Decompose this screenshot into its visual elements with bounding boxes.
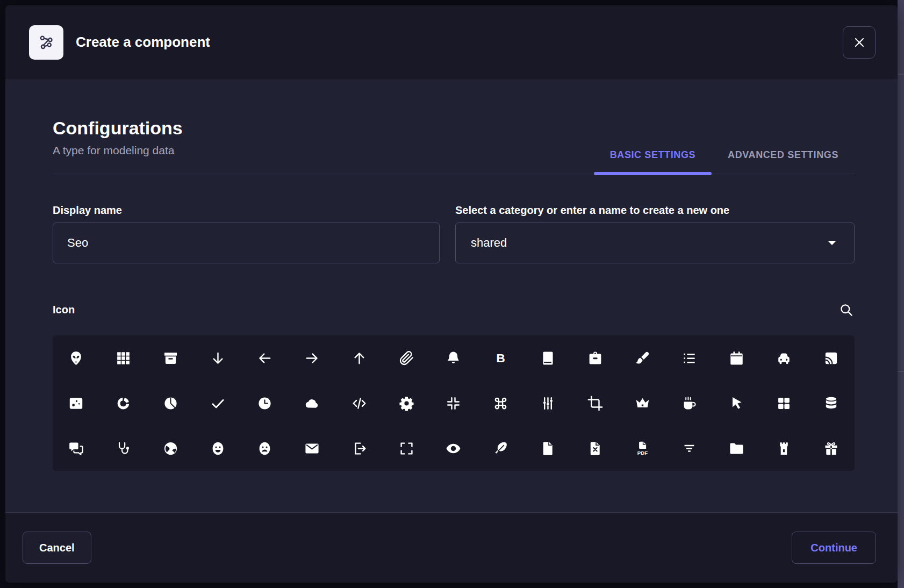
page-title: Configurations — [53, 116, 183, 140]
svg-text:PDF: PDF — [637, 450, 647, 456]
brush-icon[interactable] — [630, 346, 655, 370]
form-row: Display name Select a category or enter … — [53, 203, 855, 263]
modal-body: Configurations A type for modeling data … — [5, 79, 898, 512]
chart-pie-icon[interactable] — [158, 391, 183, 415]
chart-circle-icon[interactable] — [111, 391, 136, 415]
create-component-modal: Create a component Configurations A type… — [5, 5, 898, 583]
calendar-icon[interactable] — [724, 346, 749, 370]
folder-icon[interactable] — [724, 436, 749, 461]
envelop-icon[interactable] — [300, 436, 325, 461]
collapse-icon[interactable] — [441, 391, 466, 415]
crown-icon[interactable] — [630, 391, 655, 415]
arrow-down-icon[interactable] — [205, 346, 230, 370]
alien-icon[interactable] — [64, 346, 89, 370]
section-header: Configurations A type for modeling data … — [53, 79, 855, 174]
icon-label: Icon — [53, 303, 75, 317]
exit-icon[interactable] — [347, 436, 371, 461]
emotion-happy-icon[interactable] — [205, 436, 230, 461]
category-select[interactable]: shared — [455, 223, 855, 263]
bell-icon[interactable] — [441, 346, 466, 370]
scroll-divider — [898, 371, 904, 372]
page-subtitle: A type for modeling data — [53, 142, 183, 159]
check-icon[interactable] — [205, 391, 230, 415]
page-scrollbar[interactable] — [898, 0, 904, 588]
bullet-list-icon[interactable] — [677, 346, 702, 370]
filter-icon[interactable] — [677, 436, 702, 461]
icon-grid: BPDF — [53, 335, 855, 471]
car-icon[interactable] — [771, 346, 796, 370]
category-label: Select a category or enter a name to cre… — [455, 203, 855, 217]
code-icon[interactable] — [347, 391, 371, 415]
chevron-down-icon — [825, 236, 839, 250]
fortress-icon[interactable] — [771, 436, 796, 461]
modal-footer: Cancel Continue — [5, 512, 898, 583]
cancel-button[interactable]: Cancel — [23, 532, 91, 564]
crop-icon[interactable] — [583, 391, 607, 415]
cog-icon[interactable] — [394, 391, 419, 415]
dashboard-icon[interactable] — [771, 391, 796, 415]
emotion-unhappy-icon[interactable] — [253, 436, 277, 461]
cursor-icon[interactable] — [724, 391, 749, 415]
file-icon[interactable] — [536, 436, 561, 461]
clock-icon[interactable] — [253, 391, 277, 415]
gift-icon[interactable] — [819, 436, 843, 461]
display-name-label: Display name — [53, 203, 440, 217]
eye-icon[interactable] — [441, 436, 466, 461]
apps-icon[interactable] — [111, 346, 136, 370]
arrow-left-icon[interactable] — [253, 346, 277, 370]
close-button[interactable] — [843, 26, 876, 59]
continue-button[interactable]: Continue — [792, 532, 876, 564]
icon-picker-header: Icon — [53, 302, 855, 317]
book-icon[interactable] — [536, 346, 561, 370]
discuss-icon[interactable] — [64, 436, 89, 461]
search-icon — [839, 303, 853, 317]
component-icon — [29, 25, 63, 60]
expand-icon[interactable] — [394, 436, 419, 461]
arrow-up-icon[interactable] — [347, 346, 371, 370]
tab-basic-settings[interactable]: BASIC SETTINGS — [594, 149, 712, 174]
modal-header: Create a component — [5, 5, 898, 79]
display-name-input[interactable] — [53, 223, 440, 263]
file-pdf-icon[interactable]: PDF — [630, 436, 655, 461]
svg-text:B: B — [496, 350, 505, 364]
close-icon — [852, 35, 866, 49]
chart-bubble-icon[interactable] — [64, 391, 89, 415]
doctor-icon[interactable] — [111, 436, 136, 461]
arrow-right-icon[interactable] — [300, 346, 325, 370]
database-icon[interactable] — [819, 391, 843, 415]
category-select-value: shared — [471, 236, 507, 250]
archive-icon[interactable] — [158, 346, 183, 370]
feather-icon[interactable] — [489, 436, 513, 461]
settings-tabs: BASIC SETTINGS ADVANCED SETTINGS — [594, 149, 855, 174]
file-error-icon[interactable] — [583, 436, 607, 461]
modal-title: Create a component — [76, 34, 210, 51]
earth-icon[interactable] — [158, 436, 183, 461]
command-icon[interactable] — [489, 391, 513, 415]
briefcase-icon[interactable] — [583, 346, 607, 370]
tab-advanced-settings[interactable]: ADVANCED SETTINGS — [712, 149, 855, 174]
attachment-icon[interactable] — [394, 346, 419, 370]
console-icon[interactable] — [536, 391, 561, 415]
bold-icon[interactable]: B — [489, 346, 513, 370]
scroll-divider — [898, 74, 904, 75]
cup-icon[interactable] — [677, 391, 702, 415]
cast-icon[interactable] — [819, 346, 843, 370]
icon-search-button[interactable] — [837, 301, 855, 318]
cloud-icon[interactable] — [300, 391, 325, 415]
